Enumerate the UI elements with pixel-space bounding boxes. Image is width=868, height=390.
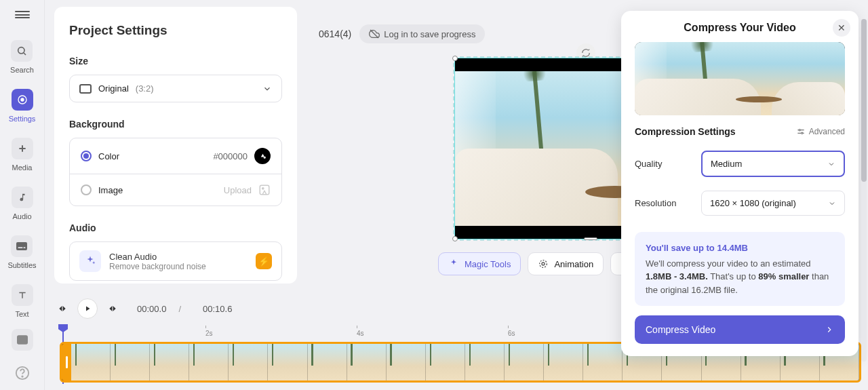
bg-section-label: Background — [69, 119, 282, 130]
play-button[interactable] — [77, 298, 98, 319]
resize-handle-bottom[interactable] — [584, 237, 597, 240]
color-picker-button[interactable] — [254, 148, 271, 164]
close-icon: ✕ — [837, 22, 846, 33]
hamburger-menu[interactable] — [15, 11, 30, 18]
color-label: Color — [98, 151, 119, 161]
svg-line-1 — [24, 53, 26, 55]
compress-label: Compress Video — [646, 324, 715, 335]
svg-point-22 — [801, 132, 802, 134]
rail-settings[interactable]: Settings — [9, 89, 36, 123]
ruler-tick-4s: 4s — [357, 330, 364, 337]
search-icon — [11, 40, 33, 62]
color-code: #000000 — [213, 151, 248, 161]
canvas-header: 0614(4) Log in to save progress — [319, 24, 485, 43]
rail-label: Media — [12, 163, 33, 172]
settings-panel: Project Settings Size Original (3:2) Bac… — [54, 7, 297, 284]
close-button[interactable]: ✕ — [833, 19, 850, 37]
rail-search[interactable]: Search — [10, 40, 34, 74]
pill-label: Animation — [554, 259, 593, 269]
skip-forward-button[interactable] — [104, 300, 121, 317]
record-icon — [12, 89, 33, 111]
rail-label: Audio — [12, 212, 31, 220]
rail-label: Search — [10, 66, 34, 74]
canvas-toolbar: Magic Tools Animation T — [438, 252, 652, 275]
animation-button[interactable]: Animation — [528, 252, 604, 275]
size-section-label: Size — [69, 56, 282, 66]
upload-icon — [258, 184, 271, 196]
aspect-icon — [79, 84, 92, 94]
size-select[interactable]: Original (3:2) — [69, 75, 282, 102]
current-time: 00:00.0 — [137, 304, 166, 314]
svg-point-15 — [542, 262, 545, 265]
ruler-tick-2s: 2s — [205, 330, 213, 337]
size-ratio: (3:2) — [136, 83, 154, 94]
rail-label: Subtitles — [7, 261, 36, 269]
magic-tools-button[interactable]: Magic Tools — [438, 252, 521, 275]
card-icon — [12, 329, 33, 351]
compress-modal: Compress Your Video ✕ Compression Settin… — [621, 11, 859, 356]
svg-rect-8 — [24, 247, 26, 248]
svg-rect-7 — [18, 247, 23, 248]
cloud-off-icon — [369, 28, 380, 39]
quality-select[interactable]: Medium — [701, 151, 845, 177]
savings-info: You'll save up to 14.4MB We'll compress … — [635, 232, 845, 306]
svg-rect-9 — [17, 335, 28, 344]
svg-rect-6 — [16, 242, 27, 250]
rail-media[interactable]: Media — [12, 138, 33, 172]
compress-button[interactable]: Compress Video — [635, 315, 845, 344]
playhead[interactable] — [58, 324, 68, 332]
skip-back-button[interactable] — [54, 300, 71, 317]
radio-checked[interactable] — [81, 151, 92, 161]
panel-title: Project Settings — [69, 23, 282, 38]
pill-label: Magic Tools — [465, 259, 511, 269]
savings-headline: You'll save up to 14.4MB — [646, 241, 834, 255]
advanced-toggle[interactable]: Advanced — [796, 127, 845, 136]
size-value: Original — [98, 83, 129, 94]
audio-section-label: Audio — [69, 222, 282, 233]
left-rail: Search Settings Media Audio Subtitles Te… — [0, 0, 45, 390]
radio-unchecked[interactable] — [81, 184, 92, 195]
chevron-down-icon — [828, 199, 836, 208]
modal-title: Compress Your Video — [684, 22, 795, 34]
sliders-icon — [796, 127, 806, 136]
resolution-select[interactable]: 1620 × 1080 (original) — [701, 191, 845, 216]
plus-icon — [12, 138, 33, 159]
image-label: Image — [98, 185, 123, 195]
bg-color-row[interactable]: Color #000000 — [70, 138, 281, 174]
rail-text[interactable]: Text — [12, 284, 33, 318]
compression-section-title: Compression Settings — [635, 126, 736, 137]
chevron-down-icon — [827, 160, 835, 168]
rail-more[interactable] — [12, 329, 33, 351]
svg-point-13 — [262, 188, 264, 189]
project-filename[interactable]: 0614(4) — [319, 28, 351, 39]
savings-body: We'll compress your video to an estimate… — [646, 257, 834, 297]
bg-image-row[interactable]: Image Upload — [70, 174, 281, 206]
rail-help[interactable] — [15, 366, 30, 381]
ruler-tick-6s: 6s — [508, 330, 515, 337]
resize-handle-bl[interactable] — [452, 236, 458, 241]
clip-trim-left[interactable] — [62, 344, 71, 381]
quality-label: Quality — [635, 159, 692, 169]
text-icon — [12, 284, 33, 306]
rail-label: Settings — [9, 115, 36, 123]
audio-card-subtitle: Remove background noise — [109, 262, 248, 271]
scrollbar[interactable] — [861, 19, 867, 362]
music-note-icon — [12, 187, 33, 208]
animation-icon — [538, 258, 549, 269]
time-separator: / — [178, 304, 181, 314]
svg-point-21 — [799, 130, 800, 131]
svg-point-3 — [20, 98, 24, 101]
rail-subtitles[interactable]: Subtitles — [7, 235, 36, 269]
upload-label: Upload — [224, 185, 252, 195]
clean-audio-card[interactable]: Clean Audio Remove background noise ⚡ — [69, 241, 282, 281]
bolt-icon: ⚡ — [256, 253, 272, 269]
sparkle-icon — [79, 250, 101, 272]
resolution-label: Resolution — [635, 198, 692, 208]
playback-controls: 00:00.0 / 00:10.6 — [54, 298, 232, 319]
svg-line-14 — [370, 30, 378, 38]
audio-card-title: Clean Audio — [109, 252, 248, 262]
advanced-label: Advanced — [809, 127, 845, 136]
rail-audio[interactable]: Audio — [12, 187, 33, 220]
resize-handle-tl[interactable] — [452, 56, 458, 61]
login-prompt[interactable]: Log in to save progress — [359, 24, 485, 43]
